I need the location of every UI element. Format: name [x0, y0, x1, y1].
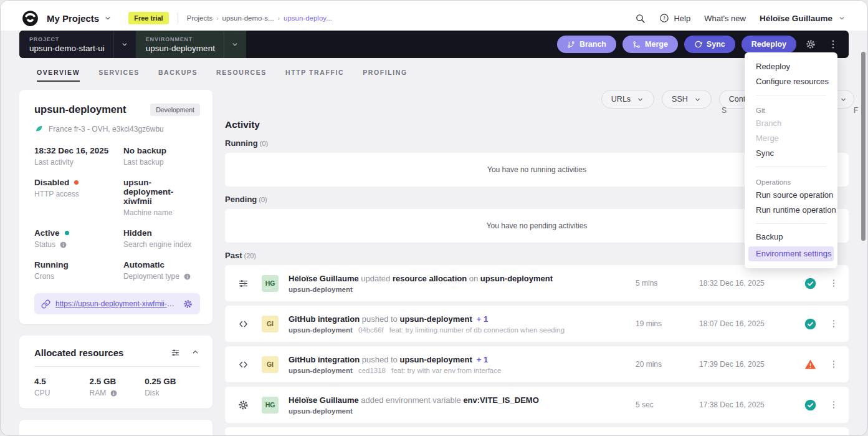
activity-kebab-menu[interactable] [827, 399, 840, 411]
redeploy-button[interactable]: Redeploy [742, 36, 796, 53]
stat-value: 18:32 Dec 16, 2025 [34, 146, 108, 155]
scrollbar-thumb[interactable] [861, 52, 866, 241]
menu-item-merge: Merge [745, 131, 837, 146]
menu-item-run-runtime-operation[interactable]: Run runtime operation [745, 203, 837, 218]
environment-bar: PROJECT upsun-demo-start-ui ENVIRONMENT … [19, 31, 849, 58]
upsun-logo-icon[interactable] [22, 10, 39, 27]
activity-subtitle: upsun-deploymentced1318feat: try with va… [289, 367, 636, 374]
tab-services[interactable]: SERVICES [98, 69, 140, 82]
subtitle-msg: feat: try with var env from interface [391, 367, 501, 374]
settings-gear-button[interactable] [803, 36, 819, 52]
subtitle-env: upsun-deployment [289, 326, 353, 334]
settings-gear-icon [805, 39, 816, 50]
breadcrumb-environment[interactable]: upsun-deploy... [284, 14, 332, 22]
activity-kebab-menu[interactable] [827, 358, 840, 371]
urls-pill-button[interactable]: URLs [601, 90, 654, 109]
button-label: Branch [579, 40, 606, 49]
activity-relative-time: 20 mins [636, 360, 680, 369]
stat-item: 4.5 CPU [34, 377, 90, 397]
stat-value: 4.5 [34, 377, 46, 386]
success-status-icon [804, 399, 818, 412]
kebab-menu-icon [827, 39, 839, 50]
activity-subtitle: upsun-deployment [289, 286, 636, 293]
menu-item-sync[interactable]: Sync [745, 146, 837, 161]
activity-kebab-menu[interactable] [827, 277, 840, 289]
link-icon [41, 299, 50, 309]
user-menu[interactable]: Héloïse Guillaume [760, 14, 846, 23]
activity-relative-time: 5 mins [636, 279, 680, 288]
url-settings-gear-icon[interactable] [183, 299, 193, 309]
ssh-pill-button[interactable]: SSH [662, 90, 712, 109]
whats-new-link[interactable]: What's new [704, 14, 746, 23]
menu-item-run-source-operation[interactable]: Run source operation [745, 188, 837, 203]
environment-chevron[interactable] [224, 31, 246, 58]
environment-url-link[interactable]: https://upsun-deployment-xiwfmii-e3kci43… [55, 299, 178, 308]
menu-divider [756, 167, 826, 167]
environment-selector[interactable]: ENVIRONMENT upsun-deployment [136, 31, 246, 58]
chevron-down-icon[interactable] [103, 14, 112, 22]
stat-label: Status [34, 240, 55, 249]
sliders-icon[interactable] [170, 347, 181, 358]
gear-icon [237, 399, 251, 411]
tab-overview[interactable]: OVERVIEW [37, 69, 80, 82]
environment-label: ENVIRONMENT [146, 36, 215, 42]
tab-http-traffic[interactable]: HTTP TRAFFIC [285, 69, 344, 82]
info-icon[interactable] [110, 389, 118, 397]
menu-item-backup[interactable]: Backup [745, 230, 837, 245]
project-label: PROJECT [29, 36, 105, 42]
breadcrumb-projects[interactable]: Projects [187, 14, 213, 22]
divider [34, 366, 200, 367]
activity-row[interactable]: GI GitHub integration pushed to upsun-de… [225, 346, 849, 382]
subtitle-env: upsun-deployment [289, 367, 353, 374]
stat-label: Crons [34, 272, 54, 281]
merge-button[interactable]: Merge [622, 36, 678, 53]
allocated-resources-card: Allocated resources 4.5 CPU 2.5 GB RAM [19, 336, 212, 409]
breadcrumb-separator: › [216, 15, 218, 22]
activity-row[interactable]: GI GitHub integration pushed to upsun-de… [225, 306, 849, 342]
stat-value: Hidden [123, 228, 152, 238]
sync-button[interactable]: Sync [684, 36, 735, 53]
search-icon[interactable] [635, 13, 646, 24]
tab-resources[interactable]: RESOURCES [216, 69, 267, 82]
info-icon[interactable] [59, 241, 67, 249]
pill-label: URLs [611, 95, 631, 104]
warning-status-icon [804, 358, 818, 371]
activity-date: 17:39 Dec 16, 2025 [699, 360, 785, 369]
activity-kebab-menu[interactable] [827, 317, 840, 330]
breadcrumb-project[interactable]: upsun-demo-s... [222, 14, 274, 22]
project-chevron[interactable] [113, 31, 136, 58]
menu-item-branch: Branch [745, 116, 837, 131]
collapse-chevron-up-icon[interactable] [191, 347, 200, 357]
my-projects-dropdown[interactable]: My Projects [47, 13, 99, 24]
status-dot [65, 231, 69, 235]
stat-label: Last backup [123, 158, 164, 167]
kebab-menu-button[interactable] [825, 36, 841, 52]
stat-label: CPU [34, 389, 50, 397]
avatar: GI [262, 356, 279, 373]
branch-button[interactable]: Branch [557, 36, 616, 53]
help-icon [659, 13, 669, 23]
subtitle-msg: feat: try limiting number of db connecti… [389, 326, 565, 334]
menu-item-configure-resources[interactable]: Configure resources [745, 74, 837, 89]
stat-label: HTTP access [34, 190, 79, 198]
project-selector[interactable]: PROJECT upsun-demo-start-ui [19, 31, 136, 58]
help-link[interactable]: Help [659, 13, 690, 23]
tab-backups[interactable]: BACKUPS [158, 69, 198, 82]
code-icon [237, 318, 251, 330]
info-icon[interactable] [183, 273, 191, 281]
activity-date: 18:07 Dec 16, 2025 [699, 319, 785, 328]
activity-row[interactable]: HG Héloïse Guillaume added environment v… [225, 427, 849, 436]
menu-item-environment-settings[interactable]: Environment settings [748, 246, 834, 261]
activity-row[interactable]: HG Héloïse Guillaume added environment v… [225, 387, 849, 423]
resources-stats: 4.5 CPU 2.5 GB RAM 0.25 GB Disk [34, 377, 200, 397]
past-activity-list: HG Héloïse Guillaume updated resource al… [225, 265, 849, 436]
tab-profiling[interactable]: PROFILING [363, 69, 408, 82]
environment-actions-menu: RedeployConfigure resourcesGitBranchMerg… [745, 52, 837, 268]
environment-type-badge: Development [150, 104, 200, 116]
avatar: HG [262, 275, 279, 292]
activity-row[interactable]: HG Héloïse Guillaume updated resource al… [225, 265, 849, 301]
menu-item-redeploy[interactable]: Redeploy [745, 59, 837, 74]
stat-value: No backup [123, 146, 166, 155]
chevron-down-icon [839, 95, 847, 104]
avatar: GI [262, 316, 279, 332]
